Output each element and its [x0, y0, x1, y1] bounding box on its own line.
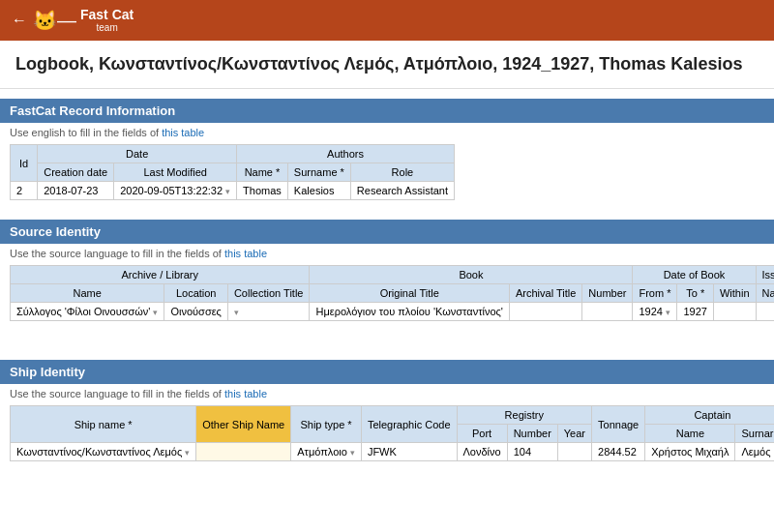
col-archival: Archival Title [509, 284, 581, 303]
col-type: Ship type * [291, 406, 362, 443]
cell-src-collection[interactable]: ▾ [227, 303, 310, 321]
group-captain: Captain [645, 406, 774, 425]
cell-capt-name[interactable]: Χρήστος Μιχαήλ [645, 443, 735, 461]
ship-row: Κωνσταντίνος/Κωνσταντίνος Λεμός ▾ Ατμόπλ… [11, 443, 775, 461]
cell-ship-port[interactable]: Λονδίνο [457, 443, 507, 461]
col-creation: Creation date [38, 163, 114, 182]
cell-src-location[interactable]: Οινούσσες [164, 303, 227, 321]
col-captname: Name [645, 425, 735, 443]
cell-capt-surname[interactable]: Λεμός [735, 443, 774, 461]
cell-role: Research Assistant [350, 182, 454, 200]
cell-modified[interactable]: 2020-09-05T13:22:32 ▾ [114, 182, 237, 200]
col-port: Port [457, 425, 507, 443]
col-original: Original Title [310, 284, 510, 303]
source-section-hint: Use the source language to fill in the f… [0, 244, 774, 265]
cat-icon: 🐱— [33, 9, 76, 32]
col-captsurname: Surnar [735, 425, 774, 443]
source-hint-link[interactable]: this table [224, 248, 267, 259]
record-hint-link[interactable]: this table [162, 127, 204, 138]
cell-src-name[interactable]: Σύλλογος 'Φίλοι Οινουσσών' ▾ [11, 303, 164, 321]
modified-dropdown-icon[interactable]: ▾ [225, 187, 230, 196]
cell-ship-tonnage: 2844.52 [592, 443, 645, 461]
cell-src-to[interactable]: 1927 [677, 303, 713, 321]
source-row: Σύλλογος 'Φίλοι Οινουσσών' ▾ Οινούσσες ▾… [11, 303, 775, 321]
type-dropdown[interactable]: ▾ [350, 448, 355, 458]
cell-src-archival[interactable] [509, 303, 581, 321]
col-within: Within [713, 284, 756, 303]
back-button[interactable]: ← [12, 12, 27, 29]
cell-ship-other[interactable] [196, 443, 291, 461]
ship-hint-link[interactable]: this table [224, 388, 267, 399]
app-sub: team [80, 22, 134, 33]
col-telegraph: Telegraphic Code [361, 406, 457, 443]
collection-dropdown[interactable]: ▾ [234, 308, 239, 317]
record-row: 2 2018-07-23 2020-09-05T13:22:32 ▾ Thoma… [11, 182, 455, 200]
col-year: Year [557, 425, 591, 443]
cell-creation: 2018-07-23 [38, 182, 114, 200]
col-collection: Collection Title [227, 284, 310, 303]
group-issue: Iss [756, 266, 774, 284]
from-dropdown[interactable]: ▾ [666, 308, 670, 317]
group-authors: Authors [237, 145, 455, 163]
col-location: Location [164, 284, 227, 303]
page-title: Logbook, Κωνσταντίνος/Κωνσταντίνος Λεμός… [0, 41, 774, 89]
record-section-hint: Use english to fill in the fields of thi… [0, 123, 774, 144]
col-number: Number [582, 284, 633, 303]
col-modified: Last Modified [114, 163, 237, 182]
col-tonnage: Tonnage [592, 406, 645, 443]
ship-section-header: Ship Identity [0, 360, 774, 384]
app-header: ← 🐱— Fast Cat team [0, 0, 774, 41]
group-registry: Registry [457, 406, 592, 425]
col-to: To * [677, 284, 713, 303]
app-logo: 🐱— Fast Cat team [33, 8, 134, 33]
source-section: Source Identity Use the source language … [0, 220, 774, 331]
col-role: Role [350, 163, 454, 182]
col-id: Id [11, 145, 38, 182]
cell-firstname[interactable]: Thomas [237, 182, 288, 200]
col-shipname: Ship name * [11, 406, 196, 443]
cell-src-number[interactable] [582, 303, 633, 321]
cell-ship-telegraph[interactable]: JFWK [361, 443, 457, 461]
cell-ship-name[interactable]: Κωνσταντίνος/Κωνσταντίνος Λεμός ▾ [11, 443, 196, 461]
app-name: Fast Cat [80, 7, 134, 22]
ship-table: Ship name * Other Ship Name Ship type * … [10, 405, 774, 461]
record-table-wrap: Id Date Authors Creation date Last Modif… [0, 144, 774, 210]
cell-src-from[interactable]: 1924 ▾ [633, 303, 677, 321]
group-datebook: Date of Book [633, 266, 756, 284]
cell-src-within[interactable] [713, 303, 756, 321]
group-book: Book [310, 266, 633, 284]
cell-ship-year[interactable] [557, 443, 591, 461]
col-from: From * [633, 284, 677, 303]
col-na: Na [756, 284, 774, 303]
col-name: Name [11, 284, 164, 303]
src-name-dropdown[interactable]: ▾ [153, 308, 158, 317]
source-table-wrap: Archive / Library Book Date of Book Iss … [0, 265, 774, 331]
group-archive: Archive / Library [11, 266, 310, 284]
source-section-header: Source Identity [0, 220, 774, 244]
cell-src-original[interactable]: Ημερολόγιον του πλοίου 'Κωνσταντίνος' [310, 303, 510, 321]
cell-ship-number[interactable]: 104 [507, 443, 557, 461]
col-number: Number [507, 425, 557, 443]
ship-table-wrap: Ship name * Other Ship Name Ship type * … [0, 405, 774, 471]
col-other: Other Ship Name [196, 406, 291, 443]
cell-id: 2 [11, 182, 38, 200]
shipname-dropdown[interactable]: ▾ [185, 448, 190, 458]
cell-ship-type[interactable]: Ατμόπλοιο ▾ [291, 443, 362, 461]
record-section: FastCat Record Information Use english t… [0, 99, 774, 210]
col-name: Name * [237, 163, 288, 182]
group-date: Date [38, 145, 237, 163]
record-table: Id Date Authors Creation date Last Modif… [10, 144, 455, 200]
record-section-header: FastCat Record Information [0, 99, 774, 123]
col-surname: Surname * [287, 163, 350, 182]
ship-section-hint: Use the source language to fill in the f… [0, 384, 774, 405]
cell-src-na[interactable] [756, 303, 774, 321]
ship-section: Ship Identity Use the source language to… [0, 360, 774, 471]
cell-surname[interactable]: Kalesios [287, 182, 350, 200]
source-table: Archive / Library Book Date of Book Iss … [10, 265, 774, 321]
